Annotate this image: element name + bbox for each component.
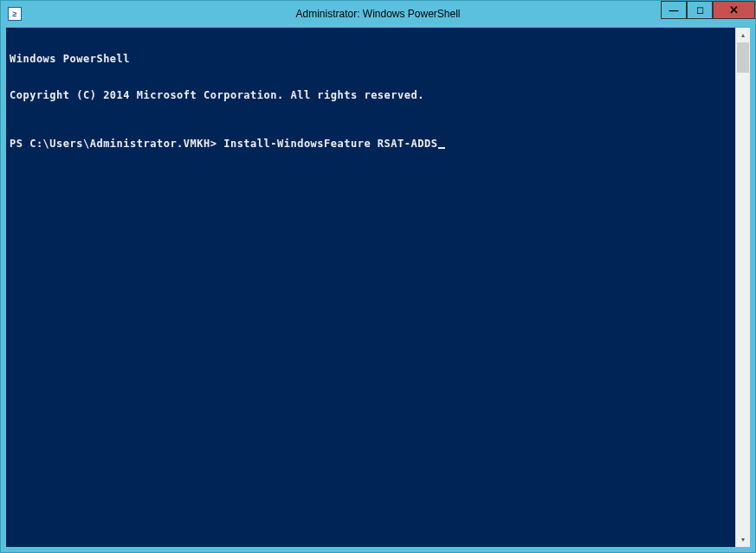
icon-glyph: ≥ [13,10,17,18]
command-text: Install-WindowsFeature RSAT-ADDS [223,138,437,150]
content-area: Windows PowerShell Copyright (C) 2014 Mi… [6,27,750,547]
powershell-icon: ≥ [8,7,22,21]
scroll-track[interactable] [736,42,750,532]
console-output[interactable]: Windows PowerShell Copyright (C) 2014 Mi… [6,28,735,547]
window-controls: — ◻ ✕ [661,1,755,19]
scroll-thumb[interactable] [737,42,749,73]
chevron-down-icon: ▾ [741,536,745,543]
minimize-button[interactable]: — [661,1,687,19]
maximize-button[interactable]: ◻ [687,1,713,19]
console-header-1: Windows PowerShell [10,53,732,65]
prompt-text: PS C:\Users\Administrator.VMKH> [10,138,223,150]
window-title: Administrator: Windows PowerShell [295,8,460,20]
console-header-2: Copyright (C) 2014 Microsoft Corporation… [10,89,732,101]
titlebar[interactable]: ≥ Administrator: Windows PowerShell — ◻ … [1,1,755,27]
chevron-up-icon: ▴ [741,31,745,39]
cursor [438,147,445,149]
scroll-up-button[interactable]: ▴ [736,28,750,42]
prompt-line: PS C:\Users\Administrator.VMKH> Install-… [10,138,732,150]
close-button[interactable]: ✕ [713,1,755,19]
scroll-down-button[interactable]: ▾ [736,532,750,547]
close-icon: ✕ [729,3,739,16]
powershell-window: ≥ Administrator: Windows PowerShell — ◻ … [0,0,756,553]
minimize-icon: — [669,5,679,16]
vertical-scrollbar[interactable]: ▴ ▾ [735,28,750,547]
maximize-icon: ◻ [696,4,704,16]
